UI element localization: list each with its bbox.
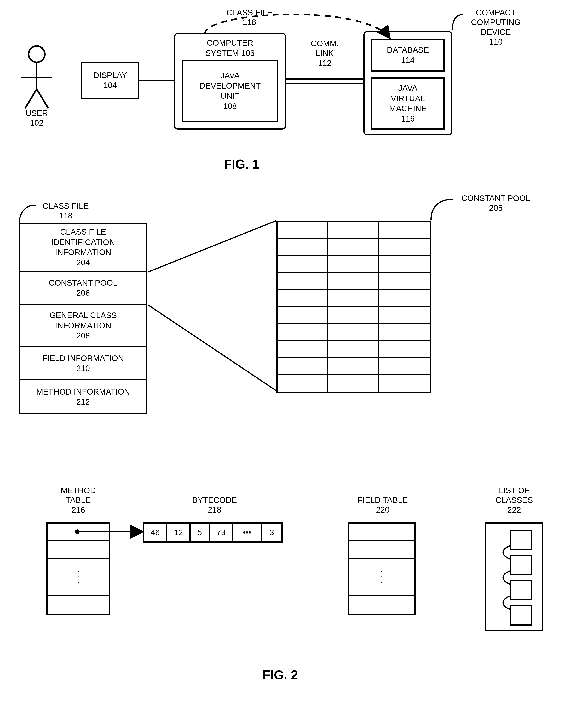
bc-0: 46 <box>144 524 167 541</box>
device-label: COMPACT COMPUTING DEVICE 110 <box>464 8 528 47</box>
bc-2: 5 <box>191 524 210 541</box>
dev-l1: COMPACT <box>476 8 516 17</box>
cph-num: 206 <box>489 203 503 213</box>
classfile-label-fig1: CLASS FILE 118 <box>220 8 278 27</box>
method-row-1 <box>47 524 109 541</box>
cl-l1: COMM. <box>311 39 339 48</box>
method-row-dots: ••• <box>47 559 109 596</box>
jdu-l1: JAVA <box>220 71 240 81</box>
svg-line-4 <box>37 89 48 108</box>
user-label: USER 102 <box>22 108 51 128</box>
cf-num: 118 <box>243 18 256 27</box>
db-num: 114 <box>401 55 415 65</box>
user-num: 102 <box>30 118 43 127</box>
svg-point-0 <box>28 46 45 62</box>
field-row-2 <box>349 541 415 559</box>
list-classes-label: LIST OF CLASSES 222 <box>487 486 541 515</box>
stack-row-212: METHOD INFORMATION 212 <box>20 380 146 413</box>
bc-5: 3 <box>262 524 281 541</box>
constantpool-header: CONSTANT POOL 206 <box>454 194 537 213</box>
svg-line-8 <box>148 221 276 272</box>
method-table: ••• <box>46 522 110 615</box>
user-text: USER <box>25 108 48 118</box>
cl-l2: LINK <box>316 48 334 58</box>
svg-line-3 <box>25 89 37 108</box>
stack-row-206: CONSTANT POOL 206 <box>20 272 146 305</box>
user-icon <box>21 46 52 108</box>
dev-l3: DEVICE <box>481 27 511 37</box>
bc-3: 73 <box>210 524 233 541</box>
cl-num: 112 <box>318 58 332 67</box>
field-table-label: FIELD TABLE 220 <box>352 495 414 515</box>
jvm-l3: MACHINE <box>389 103 426 114</box>
list-classes-box <box>485 522 543 631</box>
database-box: DATABASE 114 <box>371 39 445 72</box>
stack-row-208: GENERAL CLASS INFORMATION 208 <box>20 305 146 347</box>
svg-line-9 <box>148 305 276 391</box>
jvm-l2: VIRTUAL <box>391 94 425 104</box>
classfile-header-fig2: CLASS FILE 118 <box>37 201 95 221</box>
jdu-l2: DEVELOPMENT <box>199 81 260 91</box>
jdu-num: 108 <box>223 101 237 112</box>
method-row-4 <box>47 596 109 614</box>
bc-4: ••• <box>233 524 262 541</box>
bytecode-label: BYTECODE 218 <box>186 495 244 515</box>
field-table: ••• <box>348 522 416 615</box>
jvm-l1: JAVA <box>398 83 418 94</box>
db-label: DATABASE <box>387 45 429 55</box>
commlink-label: COMM. LINK 112 <box>303 39 346 68</box>
jdu-box: JAVA DEVELOPMENT UNIT 108 <box>182 60 278 122</box>
method-row-2 <box>47 541 109 559</box>
jdu-l3: UNIT <box>220 91 239 101</box>
fig1-title: FIG. 1 <box>213 157 271 172</box>
cs-l2: SYSTEM 106 <box>206 48 255 58</box>
bc-1: 12 <box>167 524 191 541</box>
field-row-4 <box>349 596 415 614</box>
cs-l1: COMPUTER <box>207 38 253 48</box>
cf-l1: CLASS FILE <box>226 8 272 17</box>
classfile-stack: CLASS FILE IDENTIFICATION INFORMATION 20… <box>19 222 147 415</box>
jvm-box: JAVA VIRTUAL MACHINE 116 <box>371 77 445 129</box>
display-label: DISPLAY <box>93 70 127 80</box>
dev-l2: COMPUTING <box>471 18 521 27</box>
display-num: 104 <box>103 80 117 90</box>
dev-num: 110 <box>489 37 503 46</box>
display-box: DISPLAY 104 <box>81 62 139 99</box>
bytecode-row: 46 12 5 73 ••• 3 <box>143 522 282 543</box>
method-table-label: METHOD TABLE 216 <box>53 486 103 515</box>
stack-row-204: CLASS FILE IDENTIFICATION INFORMATION 20… <box>20 224 146 272</box>
cfh-num: 118 <box>59 211 72 220</box>
fig2-title: FIG. 2 <box>251 667 309 682</box>
jvm-num: 116 <box>401 114 415 124</box>
field-row-dots: ••• <box>349 559 415 596</box>
cph-label: CONSTANT POOL <box>461 194 530 203</box>
stack-row-210: FIELD INFORMATION 210 <box>20 347 146 380</box>
constantpool-grid <box>276 221 431 393</box>
field-row-1 <box>349 524 415 541</box>
cfh-label: CLASS FILE <box>43 201 89 210</box>
